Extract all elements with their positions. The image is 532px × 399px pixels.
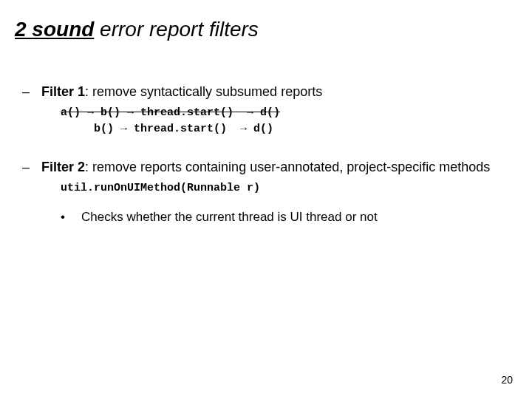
filter-1-code-struck: a() → b() → thread.start() → d() <box>61 105 525 121</box>
slide: 2 sound error report filters – Filter 1:… <box>0 0 532 399</box>
filter-1-code-kept: b() → thread.start() → d() <box>61 121 525 137</box>
filter-1-heading: – Filter 1: remove syntactically subsume… <box>22 83 525 100</box>
filter-2-desc: : remove reports containing user-annotat… <box>85 160 490 174</box>
filter-2-block: – Filter 2: remove reports containing us… <box>22 158 525 225</box>
page-title: 2 sound error report filters <box>15 18 259 41</box>
filter-1-label: Filter 1 <box>41 84 85 99</box>
filter-1-desc: : remove syntactically subsumed reports <box>85 84 322 99</box>
dot-bullet: • <box>61 210 81 225</box>
filter-2-code: util.runOnUIMethod(Runnable r) <box>61 180 525 197</box>
filter-2-text: Filter 2: remove reports containing user… <box>41 158 490 176</box>
filter-2-subitem: • Checks whether the current thread is U… <box>61 210 525 225</box>
filter-1-code: a() → b() → thread.start() → d() b() → t… <box>61 105 525 137</box>
title-rest: error report filters <box>94 18 259 41</box>
filter-2-code-line: util.runOnUIMethod(Runnable r) <box>61 180 525 197</box>
dash-bullet: – <box>22 83 41 100</box>
dash-bullet: – <box>22 158 41 176</box>
filter-2-label: Filter 2 <box>41 160 85 174</box>
filter-2-subtext: Checks whether the current thread is UI … <box>81 210 378 225</box>
page-number: 20 <box>501 374 513 386</box>
filter-1-block: – Filter 1: remove syntactically subsume… <box>22 83 525 137</box>
filter-1-text: Filter 1: remove syntactically subsumed … <box>41 83 322 100</box>
title-emphasis: 2 sound <box>15 18 94 41</box>
slide-body: – Filter 1: remove syntactically subsume… <box>22 83 525 229</box>
filter-2-heading: – Filter 2: remove reports containing us… <box>22 158 525 176</box>
